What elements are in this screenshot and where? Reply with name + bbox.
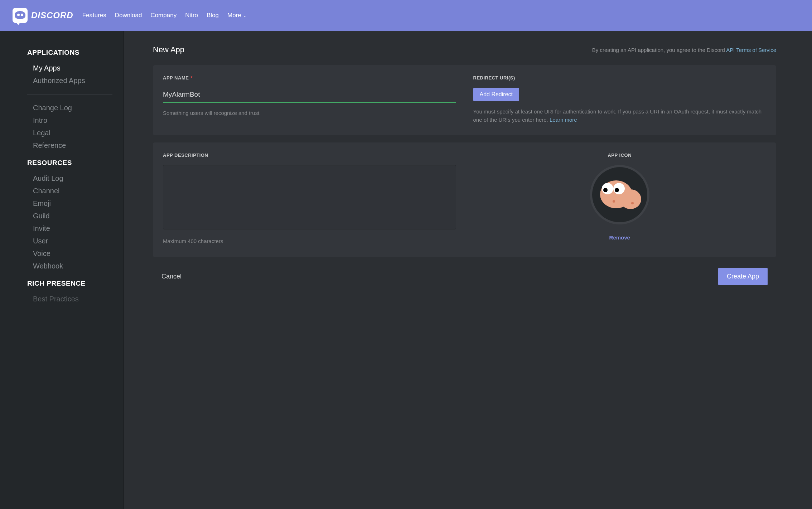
card-basic-info: APP NAME * Something users will recogniz… (153, 65, 776, 135)
sidebar-item-audit-log[interactable]: Audit Log (0, 172, 123, 185)
discord-logo-icon (13, 8, 28, 23)
redirect-uri-label: REDIRECT URI(S) (473, 75, 767, 81)
nav-more-label: More (227, 12, 241, 19)
sidebar-item-user[interactable]: User (0, 235, 123, 247)
sidebar: APPLICATIONS My Apps Authorized Apps Cha… (0, 31, 124, 509)
nav-blog[interactable]: Blog (207, 12, 219, 19)
footer-actions: Cancel Create App (153, 268, 776, 285)
sidebar-item-intro[interactable]: Intro (0, 114, 123, 127)
app-name-input[interactable] (163, 88, 456, 103)
main-content: New App By creating an API application, … (124, 31, 812, 509)
sidebar-item-voice[interactable]: Voice (0, 247, 123, 260)
sidebar-heading-rich-presence: RICH PRESENCE (0, 280, 123, 293)
create-app-button[interactable]: Create App (718, 268, 768, 285)
nav-company[interactable]: Company (150, 12, 177, 19)
sidebar-heading-resources: RESOURCES (0, 159, 123, 172)
sidebar-item-reference[interactable]: Reference (0, 139, 123, 152)
sidebar-divider (27, 94, 112, 94)
nav-features[interactable]: Features (82, 12, 106, 19)
sidebar-item-legal[interactable]: Legal (0, 127, 123, 139)
top-nav: DISCORD Features Download Company Nitro … (0, 0, 812, 31)
nav-links: Features Download Company Nitro Blog Mor… (82, 12, 246, 19)
page-title: New App (153, 45, 184, 54)
redirect-helper: You must specify at least one URI for au… (473, 108, 767, 124)
chevron-down-icon: ⌄ (243, 13, 246, 18)
sidebar-heading-applications: APPLICATIONS (0, 49, 123, 62)
sidebar-item-my-apps[interactable]: My Apps (0, 62, 123, 74)
app-icon-preview[interactable] (590, 165, 649, 224)
nav-more[interactable]: More ⌄ (227, 12, 246, 19)
remove-icon-link[interactable]: Remove (609, 234, 630, 241)
sidebar-item-invite[interactable]: Invite (0, 222, 123, 235)
sidebar-item-emoji[interactable]: Emoji (0, 197, 123, 210)
sidebar-item-authorized-apps[interactable]: Authorized Apps (0, 74, 123, 87)
app-description-textarea[interactable] (163, 165, 456, 229)
discord-logo[interactable]: DISCORD (13, 8, 73, 23)
sidebar-item-channel[interactable]: Channel (0, 185, 123, 197)
nav-download[interactable]: Download (115, 12, 142, 19)
sidebar-item-best-practices[interactable]: Best Practices (0, 293, 123, 305)
app-name-helper: Something users will recognize and trust (163, 109, 456, 117)
app-icon-image (598, 179, 641, 211)
app-name-label: APP NAME * (163, 75, 456, 81)
cancel-button[interactable]: Cancel (161, 273, 182, 280)
sidebar-item-guild[interactable]: Guild (0, 210, 123, 222)
sidebar-item-webhook[interactable]: Webhook (0, 260, 123, 272)
sidebar-item-change-log[interactable]: Change Log (0, 102, 123, 114)
add-redirect-button[interactable]: Add Redirect (473, 88, 519, 101)
app-icon-label: APP ICON (608, 152, 632, 158)
tos-link[interactable]: API Terms of Service (726, 47, 776, 53)
card-description-icon: APP DESCRIPTION Maximum 400 characters A… (153, 142, 776, 257)
app-description-helper: Maximum 400 characters (163, 237, 456, 246)
app-description-label: APP DESCRIPTION (163, 152, 456, 158)
page-header: New App By creating an API application, … (153, 45, 776, 54)
required-asterisk: * (190, 75, 193, 81)
tos-prefix: By creating an API application, you agre… (592, 47, 726, 53)
nav-nitro[interactable]: Nitro (185, 12, 198, 19)
tos-text: By creating an API application, you agre… (592, 47, 776, 53)
discord-logo-text: DISCORD (31, 10, 73, 20)
learn-more-link[interactable]: Learn more (550, 117, 577, 123)
